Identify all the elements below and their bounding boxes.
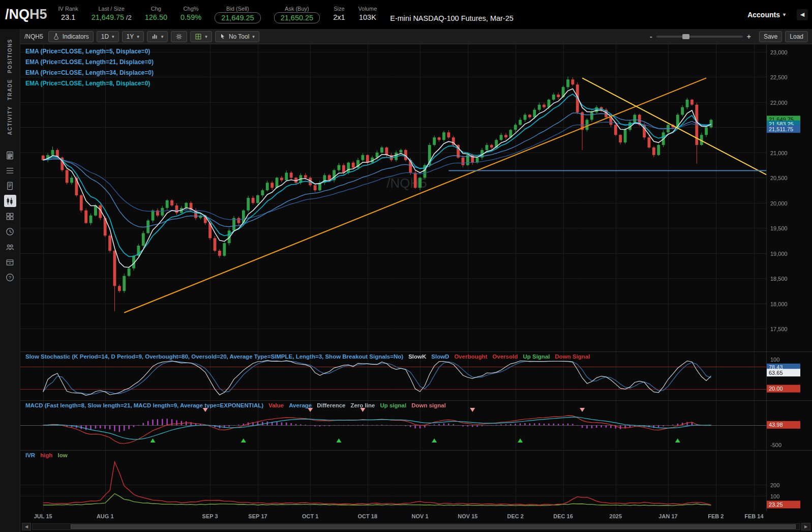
quote-field-label: IV Rank xyxy=(58,6,78,12)
zoom-slider[interactable] xyxy=(656,36,743,38)
quote-field-value[interactable]: 21,650.25 xyxy=(274,12,320,23)
grid-layout-dropdown[interactable]: ▾ xyxy=(190,31,212,42)
stochastic-legend: Slow Stochastic (K Period=14, D Period=9… xyxy=(25,353,595,360)
archive-icon[interactable] xyxy=(4,256,16,268)
sidebar-tab-trade[interactable]: TRADE xyxy=(7,79,13,100)
stochastic-panel: Slow Stochastic (K Period=14, D Period=9… xyxy=(20,351,812,400)
macd-legend-item[interactable]: Difference xyxy=(317,402,345,408)
ivr-legend-item[interactable]: low xyxy=(57,452,67,458)
load-button[interactable]: Load xyxy=(785,31,808,42)
collapse-panel-button[interactable]: ◀ xyxy=(797,9,808,20)
help-icon[interactable]: ? xyxy=(4,271,16,283)
quote-field-value[interactable]: 21,649.25 xyxy=(215,12,261,23)
ema-legend-21[interactable]: EMA (Price=CLOSE, Length=21, Displace=0) xyxy=(25,57,154,68)
chevron-down-icon: ▾ xyxy=(205,34,207,39)
ivr-legend-title[interactable]: IVR xyxy=(25,452,35,458)
quote-field-label: Chg xyxy=(151,6,161,12)
price-chart-canvas[interactable] xyxy=(20,44,812,351)
quote-field-label: Bid (Sell) xyxy=(226,6,249,12)
zoom-out-button[interactable]: - xyxy=(650,33,652,41)
aggregation-value: 1D xyxy=(101,33,109,40)
macd-legend-item[interactable]: Value xyxy=(268,402,284,408)
macd-legend-title[interactable]: MACD (Fast length=8, Slow length=21, MAC… xyxy=(25,402,263,408)
stoch-legend-item[interactable]: SlowD xyxy=(431,353,449,360)
quote-field-label: Ask (Buy) xyxy=(285,6,309,12)
macd-legend: MACD (Fast length=8, Slow length=21, MAC… xyxy=(25,402,451,408)
community-icon[interactable] xyxy=(4,241,16,253)
quote-field-label: Size xyxy=(334,6,344,12)
accounts-label: Accounts xyxy=(747,11,780,19)
grid-apps-icon[interactable] xyxy=(4,210,16,222)
load-label: Load xyxy=(790,33,803,40)
macd-legend-item[interactable]: Average xyxy=(289,402,312,408)
price-panel: EMA (Price=CLOSE, Length=5, Displace=0)E… xyxy=(20,44,812,351)
zoom-control: - + xyxy=(650,33,751,41)
macd-legend-item[interactable]: Zero line xyxy=(350,402,375,408)
ema-legend-5[interactable]: EMA (Price=CLOSE, Length=5, Displace=0) xyxy=(25,46,154,57)
stoch-legend-item[interactable]: Oversold xyxy=(493,353,518,360)
stoch-legend-item[interactable]: Overbought xyxy=(454,353,487,360)
ivr-canvas[interactable] xyxy=(20,450,812,511)
quote-field-value: 0.59% xyxy=(181,13,201,21)
symbol-contract: H5 xyxy=(29,7,47,22)
ivr-legend-item[interactable]: high xyxy=(40,452,52,458)
sidebar-tabs: POSITIONSTRADEACTIVITY xyxy=(7,33,13,140)
triangle-left-icon: ◀ xyxy=(25,524,28,529)
stoch-legend-title[interactable]: Slow Stochastic (K Period=14, D Period=9… xyxy=(25,353,403,360)
sidebar-tab-activity[interactable]: ACTIVITY xyxy=(7,106,13,135)
accounts-menu[interactable]: Accounts ▾ xyxy=(747,11,786,19)
chevron-down-icon: ▾ xyxy=(137,34,139,39)
chevron-down-icon: ▾ xyxy=(161,34,164,39)
save-button[interactable]: Save xyxy=(759,31,782,42)
chart-settings-button[interactable] xyxy=(171,31,187,42)
ivr-legend: IVRhighlow xyxy=(25,452,73,458)
quote-field-last-size: Last / Size21,649.75 /2 xyxy=(92,6,132,21)
zoom-slider-thumb[interactable] xyxy=(682,34,689,39)
scrollbar-track[interactable] xyxy=(32,523,800,530)
zoom-in-button[interactable]: + xyxy=(747,33,751,41)
chevron-down-icon: ▾ xyxy=(783,12,786,17)
save-label: Save xyxy=(764,33,777,40)
quote-field-chg: Chg126.50 xyxy=(145,6,167,21)
macd-legend-item[interactable]: Down signal xyxy=(411,402,446,408)
scrollbar-thumb[interactable] xyxy=(71,524,796,529)
symbol-root: /NQ xyxy=(5,7,29,22)
range-dropdown[interactable]: 1Y ▾ xyxy=(122,31,144,42)
quote-field-bid[interactable]: Bid (Sell)21,649.25 xyxy=(215,6,261,23)
chart-icon[interactable] xyxy=(4,195,16,207)
range-value: 1Y xyxy=(127,33,134,40)
indicators-label: Indicators xyxy=(63,33,89,40)
ema-legend-8[interactable]: EMA (Price=CLOSE, Length=8, Displace=0) xyxy=(25,78,154,89)
stoch-legend-item[interactable]: Up Signal xyxy=(523,353,550,360)
calculator-icon[interactable] xyxy=(4,149,16,161)
svg-text:?: ? xyxy=(9,275,11,280)
quote-field-value: 23.1 xyxy=(61,13,75,21)
instrument-name: E-mini NASDAQ-100 Futures, Mar-25 xyxy=(390,14,514,22)
stoch-legend-item[interactable]: SlowK xyxy=(408,353,426,360)
history-icon[interactable] xyxy=(4,225,16,238)
drawing-tool-dropdown[interactable]: No Tool ▾ xyxy=(215,31,259,42)
quote-field-ask[interactable]: Ask (Buy)21,650.25 xyxy=(274,6,320,23)
quote-header: /NQH5 IV Rank23.1Last / Size21,649.75 /2… xyxy=(0,0,812,29)
quote-field-label: Last / Size xyxy=(98,6,124,12)
sidebar-tab-positions[interactable]: POSITIONS xyxy=(7,39,13,73)
chart-area: /NQH5 Indicators 1D ▾ 1Y ▾ ▾ xyxy=(20,29,812,532)
price-legend: EMA (Price=CLOSE, Length=5, Displace=0)E… xyxy=(25,46,154,89)
chevron-down-icon: ▾ xyxy=(112,34,114,39)
scroll-right-button[interactable]: ▶ xyxy=(801,523,810,530)
scroll-left-button[interactable]: ◀ xyxy=(22,523,31,530)
gear-icon xyxy=(175,33,183,40)
watchlist-icon[interactable] xyxy=(4,164,16,176)
stoch-legend-item[interactable]: Down Signal xyxy=(555,353,590,360)
quote-field-value: 103K xyxy=(359,13,376,21)
macd-legend-item[interactable]: Up signal xyxy=(380,402,406,408)
orders-icon[interactable] xyxy=(4,180,16,192)
quote-field-value: 21,649.75 /2 xyxy=(92,13,132,21)
ema-legend-34[interactable]: EMA (Price=CLOSE, Length=34, Displace=0) xyxy=(25,68,154,78)
grid-layout-icon xyxy=(195,33,202,40)
aggregation-dropdown[interactable]: 1D ▾ xyxy=(97,31,119,42)
chart-type-dropdown[interactable]: ▾ xyxy=(147,31,168,42)
left-sidebar: POSITIONSTRADEACTIVITY ? xyxy=(0,29,20,532)
indicators-button[interactable]: Indicators xyxy=(48,31,94,42)
quote-field-label: Volume xyxy=(358,6,377,12)
